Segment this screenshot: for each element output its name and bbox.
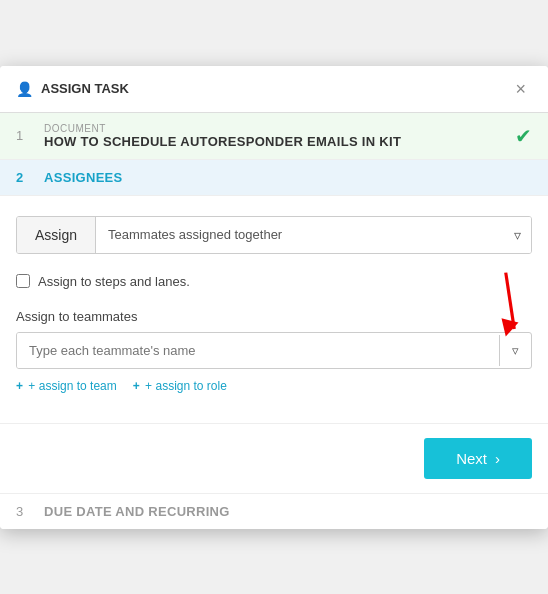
next-button-label: Next (456, 450, 487, 467)
step-2-row: 2 ASSIGNEES (0, 160, 548, 196)
input-container: ▿ (16, 332, 532, 369)
step-1-content: DOCUMENT HOW TO SCHEDULE AUTORESPONDER E… (44, 123, 515, 149)
step-1-check-icon: ✔ (515, 124, 532, 148)
teammates-dropdown-button[interactable]: ▿ (499, 335, 531, 366)
main-content: Assign Teammates assigned together Teamm… (0, 196, 548, 423)
assign-task-modal: 👤 ASSIGN TASK × 1 DOCUMENT HOW TO SCHEDU… (0, 66, 548, 529)
step-1-title: HOW TO SCHEDULE AUTORESPONDER EMAILS IN … (44, 134, 515, 149)
teammates-section-label: Assign to teammates (16, 309, 532, 324)
modal-title: 👤 ASSIGN TASK (16, 81, 129, 97)
assign-to-role-link[interactable]: + + assign to role (133, 379, 227, 393)
dropdown-arrow-icon: ▿ (504, 217, 531, 253)
assign-team-label-text: + assign to team (28, 379, 116, 393)
step-2-label: ASSIGNEES (44, 170, 532, 185)
next-button-arrow-icon: › (495, 450, 500, 467)
assign-to-team-link[interactable]: + + assign to team (16, 379, 117, 393)
close-button[interactable]: × (509, 78, 532, 100)
next-button[interactable]: Next › (424, 438, 532, 479)
teammates-input[interactable] (17, 333, 499, 368)
assign-row: Assign Teammates assigned together Teamm… (16, 216, 532, 254)
modal-title-text: ASSIGN TASK (41, 81, 129, 96)
step-2-content: ASSIGNEES (44, 170, 532, 185)
step-3-label: DUE DATE AND RECURRING (44, 504, 230, 519)
assign-steps-lanes-checkbox[interactable] (16, 274, 30, 288)
modal-header: 👤 ASSIGN TASK × (0, 66, 548, 113)
assign-role-label-text: + assign to role (145, 379, 227, 393)
next-button-row: Next › (0, 423, 548, 493)
checkbox-row: Assign to steps and lanes. (16, 274, 532, 289)
step-3-number: 3 (16, 504, 36, 519)
teammates-input-row: ▿ (16, 332, 532, 369)
person-icon: 👤 (16, 81, 33, 97)
step-2-number: 2 (16, 170, 36, 185)
step-1-row: 1 DOCUMENT HOW TO SCHEDULE AUTORESPONDER… (0, 113, 548, 160)
step-1-number: 1 (16, 128, 36, 143)
assign-button[interactable]: Assign (17, 217, 96, 253)
checkbox-label: Assign to steps and lanes. (38, 274, 190, 289)
step-1-label: DOCUMENT (44, 123, 515, 134)
assign-dropdown[interactable]: Teammates assigned together Teammates as… (96, 217, 504, 253)
assign-links: + + assign to team + + assign to role (16, 379, 532, 393)
step-3-row: 3 DUE DATE AND RECURRING (0, 493, 548, 529)
